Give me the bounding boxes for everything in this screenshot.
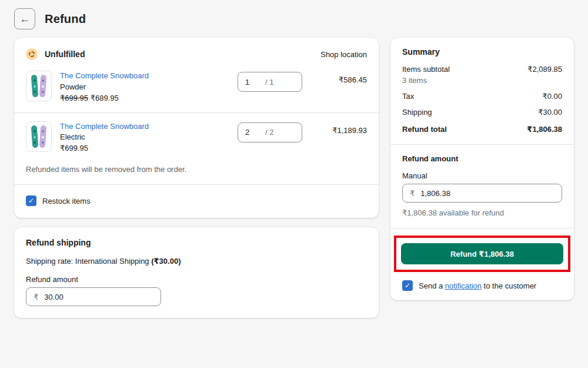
items-subtotal-value: ₹2,089.85: [527, 65, 562, 74]
refund-note: Refunded items will be removed from the …: [14, 163, 379, 184]
tax-label: Tax: [402, 92, 414, 101]
shipping-refund-amount-field[interactable]: ₹: [26, 287, 161, 306]
line-item-row: The Complete Snowboard Electric ₹699.95 …: [14, 113, 379, 163]
shipping-rate-line: Shipping rate: International Shipping (₹…: [26, 257, 367, 266]
available-for-refund-note: ₹1,806.38 available for refund: [402, 208, 562, 217]
product-thumbnail: [26, 121, 52, 152]
quantity-max-label: / 1: [265, 78, 273, 87]
tax-value: ₹0.00: [542, 92, 562, 101]
product-variant: Electric: [60, 132, 85, 141]
summary-card: Summary Items subtotal ₹2,089.85 3 items…: [390, 38, 574, 300]
refund-shipping-title: Refund shipping: [26, 238, 367, 247]
snowboard-icon: [29, 74, 48, 98]
quantity-stepper[interactable]: / 2: [238, 122, 302, 142]
shipping-refund-amount-input[interactable]: [44, 293, 153, 301]
restock-label[interactable]: Restock items: [42, 197, 91, 205]
manual-method-label: Manual: [402, 171, 562, 180]
page-header: ← Refund: [14, 7, 574, 38]
quantity-input[interactable]: [245, 78, 265, 87]
fulfillment-status-label: Unfulfilled: [45, 49, 320, 59]
notify-row: ✓ Send a notification to the customer: [402, 280, 562, 291]
highlight-annotation-box: Refund ₹1,806.38: [394, 236, 570, 272]
checkmark-icon: ✓: [405, 282, 410, 289]
refund-total-value: ₹1,806.38: [527, 125, 562, 134]
line-amount: ₹586.45: [313, 75, 367, 84]
quantity-input[interactable]: [245, 128, 265, 137]
unfulfilled-card: Unfulfilled Shop location The Complete S: [14, 38, 379, 218]
unit-price: ₹699.95: [60, 144, 88, 152]
summary-title: Summary: [402, 47, 562, 57]
product-link[interactable]: The Complete Snowboard: [60, 71, 149, 80]
items-subtotal-label: Items subtotal: [402, 65, 450, 74]
line-amount: ₹1,189.93: [313, 126, 367, 135]
shop-location-label: Shop location: [320, 50, 367, 59]
actions-section: Refund ₹1,806.38 ✓ Send a notification t…: [390, 228, 574, 300]
shipping-label: Shipping: [402, 108, 432, 117]
page-title: Refund: [45, 12, 86, 26]
items-count: 3 items: [402, 76, 562, 85]
refund-amount-heading: Refund amount: [402, 154, 562, 163]
refund-button[interactable]: Refund ₹1,806.38: [401, 243, 563, 264]
line-item-row: The Complete Snowboard Powder ₹699.95 ₹6…: [14, 62, 379, 112]
notification-link[interactable]: notification: [445, 281, 482, 290]
currency-symbol: ₹: [34, 293, 38, 301]
unfulfilled-status-icon: [26, 48, 38, 60]
manual-refund-amount-input[interactable]: [420, 189, 554, 198]
shipping-rate-amount: (₹30.00): [151, 257, 181, 266]
quantity-max-label: / 2: [265, 128, 273, 137]
quantity-stepper[interactable]: / 1: [238, 72, 302, 92]
refund-page: ← Refund Unfulfilled Shop location: [0, 0, 588, 368]
refund-total-label: Refund total: [402, 125, 447, 134]
compare-price: ₹699.95: [60, 94, 88, 102]
restock-checkbox[interactable]: ✓: [26, 195, 36, 206]
unit-price: ₹689.95: [91, 94, 119, 102]
currency-symbol: ₹: [410, 189, 415, 198]
product-thumbnail: [26, 71, 52, 101]
snowboard-icon: [29, 124, 48, 149]
shipping-refund-amount-label: Refund amount: [26, 275, 367, 284]
arrow-left-icon: ←: [19, 13, 30, 25]
product-link[interactable]: The Complete Snowboard: [60, 122, 149, 131]
product-variant: Powder: [60, 82, 86, 91]
checkmark-icon: ✓: [28, 197, 34, 204]
manual-refund-amount-field[interactable]: ₹: [402, 184, 562, 203]
back-button[interactable]: ←: [14, 8, 35, 29]
refund-shipping-card: Refund shipping Shipping rate: Internati…: [14, 227, 379, 318]
restock-row: ✓ Restock items: [14, 184, 379, 218]
notify-checkbox[interactable]: ✓: [402, 280, 413, 291]
shipping-value: ₹30.00: [538, 108, 562, 117]
refund-amount-section: Refund amount Manual ₹ ₹1,806.38 availab…: [390, 144, 574, 228]
